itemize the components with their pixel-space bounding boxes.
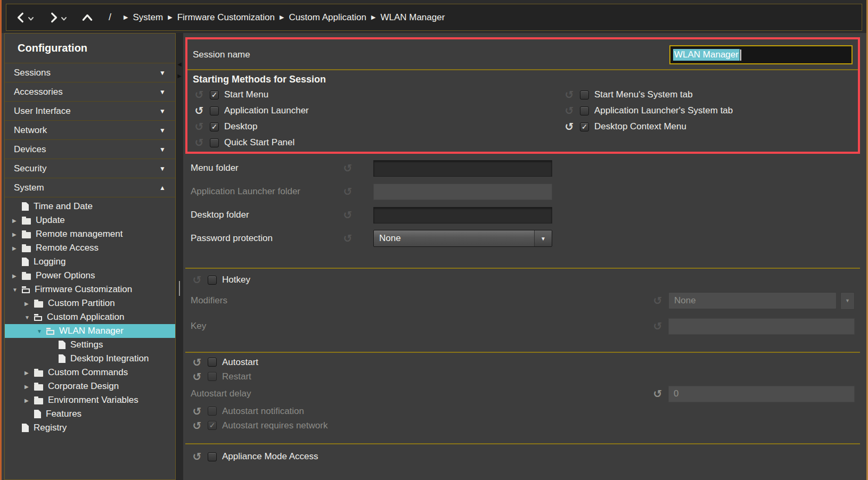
sidebar-section-user-interface[interactable]: User Interface▼ [5,102,175,121]
reset-icon[interactable]: ↺ [563,121,576,132]
tree-expander-closed-icon[interactable]: ▶ [24,384,34,390]
desktop-folder-input[interactable] [373,207,552,224]
breadcrumb-item-wlan-manager[interactable]: WLAN Manager [380,12,445,23]
dropdown-arrow-button[interactable]: ▼ [840,292,855,310]
reset-icon[interactable]: ↺ [651,388,664,399]
tree-item-custom-application[interactable]: ▼Custom Application [5,310,175,324]
folder-open-icon [46,330,54,335]
password-protection-select[interactable]: None▼ [373,230,552,247]
field-row-menu-folder: Menu folder↺ [185,156,860,180]
reset-icon[interactable]: ↺ [191,451,203,462]
folder-open-icon [34,316,42,321]
application-launcher-s-system-tab-checkbox[interactable] [580,106,589,115]
tree-expander-closed-icon[interactable]: ▶ [12,273,22,279]
hotkey-checkbox[interactable] [208,276,217,285]
application-launcher-checkbox[interactable] [210,106,219,115]
reset-icon[interactable]: ↺ [193,121,206,132]
reset-icon[interactable]: ↺ [341,233,354,244]
sidebar-section-network[interactable]: Network▼ [5,121,175,140]
reset-icon[interactable]: ↺ [341,163,354,173]
tree-expander-closed-icon[interactable]: ▶ [12,218,22,224]
tree-item-desktop-integration[interactable]: Desktop Integration [5,352,175,366]
tree-item-environment-variables[interactable]: ▶Environment Variables [5,393,175,407]
start-menu-checkbox[interactable]: ✓ [210,90,219,100]
tree-item-custom-commands[interactable]: ▶Custom Commands [5,366,175,379]
sidebar-section-devices[interactable]: Devices▼ [5,140,175,159]
sidebar-section-system[interactable]: System▲ [5,178,175,197]
collapse-left-icon[interactable]: ◀ [176,62,183,67]
field-row-modifiers: Modifiers↺None▼ [185,288,860,313]
reset-icon[interactable]: ↺ [563,89,576,100]
session-name-input[interactable]: WLAN Manager [669,45,853,64]
tree-expander-open-icon[interactable]: ▼ [37,328,46,334]
sidebar-section-security[interactable]: Security▼ [5,159,175,178]
chevron-down-icon: ▼ [159,88,166,96]
tree-expander-closed-icon[interactable]: ▶ [24,370,34,376]
tree-expander-closed-icon[interactable]: ▶ [12,245,22,251]
desktop-context-menu-checkbox[interactable]: ✓ [580,122,589,131]
tree-item-features[interactable]: Features [5,407,175,421]
reset-icon[interactable]: ↺ [193,89,206,100]
forward-history-dropdown-icon[interactable] [61,16,67,21]
back-button[interactable] [15,12,27,23]
forward-button[interactable] [48,12,60,23]
tree-expander-closed-icon[interactable]: ▶ [12,231,22,237]
reset-icon[interactable]: ↺ [193,105,206,116]
tree-item-logging[interactable]: Logging [5,255,175,269]
tree-item-label: Update [36,215,65,226]
tree-item-update[interactable]: ▶Update [5,213,175,227]
autostart-delay-input: 0 [668,386,855,402]
checkbox-label: Autostart requires network [222,420,327,431]
breadcrumb-item-system[interactable]: System [133,12,163,23]
tree-item-remote-access[interactable]: ▶Remote Access [5,241,175,255]
tree-item-time-and-date[interactable]: Time and Date [5,200,175,213]
start-menu-s-system-tab-checkbox[interactable] [580,90,589,100]
tree-item-label: Corporate Design [48,381,119,392]
desktop-checkbox[interactable]: ✓ [210,122,219,131]
tree-item-custom-partition[interactable]: ▶Custom Partition [5,296,175,310]
reset-icon[interactable]: ↺ [651,295,664,306]
panel-splitter[interactable]: ◀ ▶ [176,33,183,480]
quick-start-panel-checkbox[interactable] [210,138,219,147]
menu-folder-input[interactable] [373,160,552,177]
tree-expander-open-icon[interactable]: ▼ [12,287,22,293]
reset-icon[interactable]: ↺ [341,186,354,197]
breadcrumb-root[interactable]: / [109,12,111,23]
tree-item-remote-management[interactable]: ▶Remote management [5,227,175,241]
tree-item-wlan-manager[interactable]: ▼WLAN Manager [5,324,175,338]
tree-expander-open-icon[interactable]: ▼ [24,315,34,320]
tree-expander-closed-icon[interactable]: ▶ [24,398,34,403]
tree-item-firmware-customization[interactable]: ▼Firmware Customization [5,283,175,296]
sidebar-section-sessions[interactable]: Sessions▼ [5,63,175,82]
reset-icon[interactable]: ↺ [191,357,203,368]
tree-item-corporate-design[interactable]: ▶Corporate Design [5,379,175,393]
breadcrumb-item-firmware-customization[interactable]: Firmware Customization [177,12,275,23]
starting-methods-title: Starting Methods for Session [187,70,858,87]
splitter-drag-handle[interactable] [179,281,180,296]
reset-icon[interactable]: ↺ [341,210,354,220]
reset-icon[interactable]: ↺ [191,406,203,417]
document-icon [34,410,41,418]
up-button[interactable] [81,12,94,23]
row-hotkey: ↺Hotkey [185,272,860,288]
reset-icon[interactable]: ↺ [193,137,206,148]
autostart-checkbox[interactable] [208,358,217,367]
back-history-dropdown-icon[interactable] [28,16,34,21]
field-control [373,207,552,224]
tree-item-registry[interactable]: Registry [5,421,175,435]
tree-item-settings[interactable]: Settings [5,338,175,352]
tree-item-power-options[interactable]: ▶Power Options [5,269,175,283]
breadcrumb-item-custom-application[interactable]: Custom Application [289,12,366,23]
reset-icon[interactable]: ↺ [651,321,664,332]
collapse-right-icon[interactable]: ▶ [176,73,183,79]
sidebar-section-accessories[interactable]: Accessories▼ [5,82,175,102]
reset-icon[interactable]: ↺ [563,105,576,116]
tree-expander-closed-icon[interactable]: ▶ [24,301,34,307]
starting-methods-grid: ↺✓Start Menu↺Application Launcher↺✓Deskt… [187,87,858,152]
reset-icon[interactable]: ↺ [191,371,203,382]
appliance-mode-access-checkbox[interactable] [208,452,217,461]
field-label: Modifiers [191,295,651,306]
reset-icon[interactable]: ↺ [191,420,203,431]
chevron-down-icon: ▼ [159,146,166,153]
reset-icon[interactable]: ↺ [191,275,203,285]
